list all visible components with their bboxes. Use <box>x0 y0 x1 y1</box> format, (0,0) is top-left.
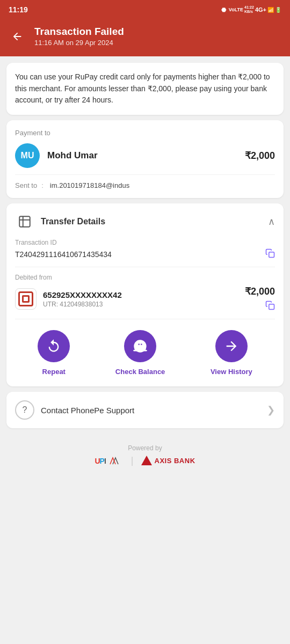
axis-bank-logo: AXIS BANK <box>141 456 195 466</box>
transfer-header-left: Transfer Details <box>15 212 105 231</box>
transaction-id-value: T2404291116410671435434 <box>15 250 112 259</box>
status-time: 11:19 <box>9 5 28 14</box>
upi-logo: UPI <box>95 457 123 465</box>
bank-details: 652925XXXXXXXX42 UTR: 412049838013 <box>43 290 238 308</box>
transfer-details-card: Transfer Details ∧ Transaction ID T24042… <box>6 203 284 386</box>
header-text: Transaction Failed 11:16 AM on 29 Apr 20… <box>34 26 124 47</box>
battery-icon: 🔋 <box>275 7 281 13</box>
check-balance-label: Check Balance <box>115 368 165 376</box>
transaction-id-label: Transaction ID <box>15 239 275 246</box>
header-subtitle: 11:16 AM on 29 Apr 2024 <box>34 39 124 47</box>
powered-by-section: Powered by UPI | AXIS BANK <box>6 434 284 482</box>
sent-to-row: Sent to : im.201019718184@indus <box>15 181 275 189</box>
bank-utr: UTR: 412049838013 <box>43 301 238 308</box>
support-row[interactable]: ? Contact PhonePe Support ❯ <box>15 400 275 420</box>
sent-to-label: Sent to <box>15 181 37 189</box>
payment-section-label: Payment to <box>15 129 275 137</box>
view-history-action[interactable]: View History <box>211 330 252 376</box>
status-icons: ⬣ VoLTE 41:22KB/s 4G+ 📶 🔋 <box>221 5 281 14</box>
svg-rect-4 <box>269 304 274 310</box>
view-history-button[interactable] <box>215 330 248 362</box>
signal-bars: 📶 <box>267 7 274 13</box>
info-card: You can use your RuPay credit card only … <box>6 63 284 115</box>
network-speed: 41:22KB/s <box>244 5 254 14</box>
check-balance-action[interactable]: Check Balance <box>115 330 165 376</box>
debited-from-label: Debited from <box>15 274 275 281</box>
copy-utr-button[interactable] <box>265 301 275 312</box>
indusind-icon <box>18 291 33 306</box>
bank-logo <box>15 288 37 310</box>
bluetooth-icon: ⬣ <box>221 6 227 13</box>
transfer-details-toggle[interactable]: Transfer Details ∧ <box>15 212 275 231</box>
payee-row: MU Mohd Umar ₹2,000 <box>15 143 275 168</box>
support-card[interactable]: ? Contact PhonePe Support ❯ <box>6 392 284 428</box>
svg-rect-6 <box>133 350 147 351</box>
copy-transaction-id-button[interactable] <box>265 248 275 260</box>
info-message: You can use your RuPay credit card only … <box>15 71 275 106</box>
sent-to-value: im.201019718184@indus <box>50 181 129 189</box>
svg-rect-0 <box>19 216 30 227</box>
transfer-details-title: Transfer Details <box>41 217 105 226</box>
main-content: You can use your RuPay credit card only … <box>0 56 290 489</box>
actions-row: Repeat Check Balance <box>15 326 275 378</box>
repeat-label: Repeat <box>42 368 66 376</box>
back-button[interactable] <box>9 28 26 45</box>
status-bar: 11:19 ⬣ VoLTE 41:22KB/s 4G+ 📶 🔋 <box>0 0 290 19</box>
transfer-details-icon <box>15 212 34 231</box>
payment-card: Payment to MU Mohd Umar ₹2,000 Sent to :… <box>6 120 284 198</box>
view-history-label: View History <box>211 368 252 376</box>
support-left: ? Contact PhonePe Support <box>15 400 134 420</box>
bank-row: 652925XXXXXXXX42 UTR: 412049838013 ₹2,00… <box>15 286 275 312</box>
signal-icons: VoLTE 41:22KB/s 4G+ 📶 🔋 <box>229 5 281 14</box>
header-title: Transaction Failed <box>34 26 124 38</box>
divider-1 <box>15 174 275 175</box>
powered-logos: UPI | AXIS BANK <box>6 455 284 466</box>
divider-2 <box>15 267 275 267</box>
support-icon: ? <box>15 400 34 420</box>
check-balance-button[interactable] <box>124 330 156 362</box>
debit-amount: ₹2,000 <box>245 286 275 297</box>
payment-amount: ₹2,000 <box>245 150 275 162</box>
collapse-icon: ∧ <box>268 216 275 228</box>
payee-name: Mohd Umar <box>47 150 237 161</box>
divider-3 <box>15 319 275 319</box>
bank-account-number: 652925XXXXXXXX42 <box>43 290 238 299</box>
payee-avatar: MU <box>15 143 40 168</box>
indusind-inner-icon <box>22 295 30 303</box>
transaction-header: Transaction Failed 11:16 AM on 29 Apr 20… <box>0 19 290 56</box>
powered-by-text: Powered by <box>6 444 284 452</box>
transaction-id-section: Transaction ID T2404291116410671435434 <box>15 239 275 260</box>
repeat-action[interactable]: Repeat <box>38 330 70 376</box>
svg-rect-3 <box>269 252 274 258</box>
support-label: Contact PhonePe Support <box>41 406 134 415</box>
repeat-button[interactable] <box>38 330 70 362</box>
volte-icon: VoLTE <box>229 7 243 12</box>
support-chevron-icon: ❯ <box>267 404 275 416</box>
svg-rect-5 <box>135 345 146 350</box>
4g-icon: 4G+ <box>255 6 266 13</box>
transaction-id-row: T2404291116410671435434 <box>15 248 275 260</box>
